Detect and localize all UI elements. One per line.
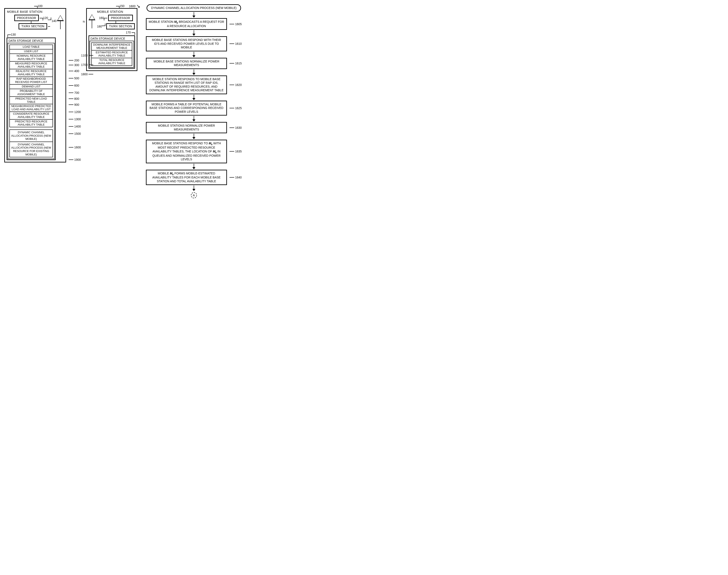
ref-1620: 1620 [235,83,242,87]
arrow-down-icon [146,30,242,36]
mobile-table-list: DOWNLINK INTERFERENCE MEASUREMENT TABLEE… [91,42,132,66]
flow-step: MOBILE Mk FORMS MOBILE-ESTIMATED AVAILAB… [146,170,227,185]
ref-700: 700 [74,91,79,95]
table-item: PREDICTED NEW LOAD TABLE [9,96,53,104]
flow-step: MOBILE STATIONS NORMALIZE POWER MEASUREM… [146,122,227,133]
table-item: NEIGHBORHOOD PREDICTED LOAD AND AVAILABI… [9,104,53,112]
flow-step-row: MOBILE FORMS A TABLE OF POTENTIAL MOBILE… [146,101,242,116]
ref-300: 300 [74,63,79,67]
base-refs-col: 2003004005006007008009001200130014001500… [68,58,81,166]
flow-step-row: MOBILE STATION Mk BROADCASTS A REQUEST F… [146,18,242,30]
ref-1600: 1600 [74,146,81,149]
ref-150: 150 [120,4,124,8]
flow-step: MOBILE STATION Mk BROADCASTS A REQUEST F… [146,18,227,30]
off-page-connector: A [191,192,197,198]
table-item: TOTAL RESOURCE AVAILABILITY TABLE [91,58,132,66]
mobile-base-station-wrap: 100 MOBILE BASE STATION PROCESSOR 120 [4,4,66,163]
flow-step-row: MOBILE STATIONS NORMALIZE POWER MEASUREM… [146,122,242,133]
ref-500: 500 [74,76,79,80]
flow-step-row: MOBILE STATION RESPONDS TO MOBILE BASE S… [146,75,242,94]
mobile-base-station-title: MOBILE BASE STATION [7,10,64,13]
ref-1700: 1700 [81,63,88,67]
ref-1630: 1630 [235,126,242,129]
arrow-down-icon [146,134,242,139]
ref-180: 180 [97,25,102,28]
ref-1200: 1200 [74,110,81,114]
base-process-list: DYNAMIC CHANNEL ALLOCATION PROCESS (NEW … [9,129,53,157]
mobile-station-title: MOBILE STATION [97,10,135,13]
flow-step-row: MOBILE BASE STATIONS RESPOND TO Mk WITH … [146,140,242,163]
arrow-down-icon [146,95,242,100]
ref-900: 900 [74,103,79,106]
ref-1500: 1500 [74,132,81,135]
flowchart: 1600 ↘ DYNAMIC CHANNEL ALLOCATION PROCES… [146,4,242,198]
table-item: ESTIMATED RESOURCE AVAILABILITY TABLE [91,50,132,58]
flow-step: MOBILE BASE STATIONS RESPOND WITH THEIR … [146,36,227,52]
antenna-icon [89,14,95,20]
ref-1400: 1400 [74,125,81,128]
flow-step-row: MOBILE BASE STATIONS NORMALIZE POWER MEA… [146,58,242,69]
base-dsd-box: DATA STORAGE DEVICE LOAD TABLEUSER LISTN… [7,37,56,160]
ref-120: 120 [43,16,48,20]
flow-step: MOBILE FORMS A TABLE OF POTENTIAL MOBILE… [146,101,227,116]
table-item: REALISTIC RESOURCE AVAILABILITY TABLE [9,69,53,77]
mobile-txrx-box: TX/RX SECTION [106,23,135,29]
mobile-base-station-box: MOBILE BASE STATION PROCESSOR 120 [4,8,66,163]
ref-1635: 1635 [235,150,242,153]
ref-1615: 1615 [235,62,242,65]
table-item: DEMAND LIST [9,84,53,89]
base-table-list: LOAD TABLEUSER LISTNOMINAL RESOURCE AVAI… [9,44,53,127]
mobile-dsd-box: DATA STORAGE DEVICE DOWNLINK INTERFERENC… [89,35,135,69]
ref-140: 140 [52,19,57,23]
table-item: LOAD TABLE [9,44,53,49]
base-txrx-box: TX/RX SECTION [19,23,47,29]
ref-600: 600 [74,84,79,87]
system-block-diagram: 100 MOBILE BASE STATION PROCESSOR 120 [4,4,137,166]
table-item: USER LIST [9,49,53,54]
ref-200: 200 [74,59,79,62]
mobile-processor-box: PROCESSOR [108,15,133,21]
ref-1800: 1800 [81,72,88,76]
off-page-label: A [193,194,195,197]
mobile-dsd-title: DATA STORAGE DEVICE [90,36,134,41]
table-item: MEASURED RESOURCE AVAILABILITY TABLE [9,61,53,69]
ref-1300: 1300 [74,117,81,121]
ref-1100: 1100 [81,54,88,57]
process-item: DYNAMIC CHANNEL ALLOCATION PROCESS (NEW … [9,129,53,142]
arrow-down-icon [146,164,242,169]
table-item: DOWNLINK INTERFERENCE MEASUREMENT TABLE [91,42,132,50]
ref-160: 160 [99,16,104,20]
arrow-down-icon [146,69,242,75]
mobile-refs-col: 110017001800 [81,51,94,79]
ref-1640: 1640 [235,176,242,179]
flow-step: MOBILE BASE STATIONS NORMALIZE POWER MEA… [146,58,227,69]
table-item: RAP NEIGHBORHOOD RECEIVED POWER LIST [9,76,53,84]
arrow-down-icon [146,52,242,57]
table-item: PREDICTED RESOURCE AVAILABILITY TABLE [9,119,53,127]
table-item: PROBABILITY OF ASSIGNMENT TABLE [9,89,53,97]
figure-root: 100 MOBILE BASE STATION PROCESSOR 120 [4,4,724,198]
ref-1900: 1900 [74,158,81,161]
ref-1610: 1610 [235,42,242,45]
arrow-down-icon [146,116,242,122]
process-item: DYNAMIC CHANNEL ALLOCATION PROCESS (NEW … [9,142,53,157]
antenna-icon [57,15,64,21]
ref-170: 170 [126,31,131,34]
flow-start-terminator: DYNAMIC CHANNEL ALLOCATION PROCESS (NEW … [146,4,241,12]
table-item: NOMINAL RESOURCE AVAILABILITY TABLE [9,54,53,62]
base-processor-box: PROCESSOR [14,15,39,21]
ref-1605: 1605 [235,22,242,26]
arrow-down-icon [146,12,242,18]
table-item: CONSIDERATE RESOURCE AVAILABILITY TABLE [9,111,53,120]
ref-130: 130 [11,33,16,36]
reference-arrow-icon: ↘ [136,3,140,9]
ref-1625: 1625 [235,106,242,110]
rf-link-icon: ≈ [82,19,85,24]
flow-step-row: MOBILE BASE STATIONS RESPOND WITH THEIR … [146,36,242,52]
flow-step: MOBILE STATION RESPONDS TO MOBILE BASE S… [146,75,227,94]
flow-step-row: MOBILE Mk FORMS MOBILE-ESTIMATED AVAILAB… [146,170,242,185]
ref-1600-flow: 1600 [129,4,135,8]
ref-400: 400 [74,69,79,73]
base-dsd-title: DATA STORAGE DEVICE [8,39,55,43]
ref-800: 800 [74,97,79,100]
